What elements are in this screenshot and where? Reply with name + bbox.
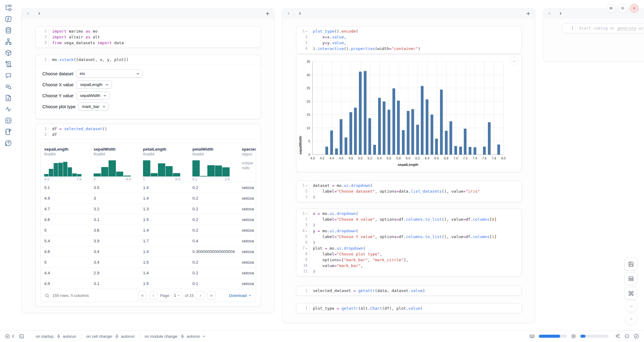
cell-selected-dataset[interactable]: 1selected_dataset = getattr(data, datase… bbox=[296, 286, 522, 296]
logs-icon[interactable] bbox=[5, 83, 12, 90]
chart-bar bbox=[397, 101, 400, 155]
runtime-config-1[interactable]: on startup:autorun bbox=[31, 334, 81, 339]
tracing-icon[interactable] bbox=[5, 106, 12, 113]
output-menu-icon[interactable] bbox=[510, 57, 519, 66]
column-next-icon[interactable] bbox=[37, 11, 41, 16]
runtime-config-2[interactable]: on cell change:autorun bbox=[81, 334, 140, 339]
save-button[interactable] bbox=[624, 258, 637, 270]
first-page-button[interactable]: « bbox=[138, 291, 147, 300]
stop-kernel-button[interactable] bbox=[625, 300, 637, 312]
last-page-button[interactable]: » bbox=[207, 291, 216, 300]
chart-bar bbox=[474, 147, 476, 155]
table-row[interactable]: 5.43.91.70.4setosa bbox=[41, 235, 256, 246]
chart-bar bbox=[373, 145, 376, 155]
chart-bar bbox=[368, 118, 371, 155]
data-table: sepalLengthfloat644.37.9sepalWidthfloat6… bbox=[40, 143, 256, 302]
table-column-header[interactable]: sepalWidthfloat6424.4 bbox=[90, 147, 139, 182]
control-row: Choose X valuesepalLength bbox=[42, 80, 254, 89]
notebook-icon[interactable] bbox=[5, 128, 12, 135]
choose-plot-type-select[interactable]: mark_bar bbox=[78, 102, 109, 111]
cpu-usage-meter[interactable] bbox=[580, 335, 608, 338]
dependency-graph-icon[interactable] bbox=[5, 38, 12, 45]
cpu-icon bbox=[571, 333, 576, 339]
connection-status-icon[interactable] bbox=[634, 333, 639, 339]
column-2-header bbox=[282, 9, 535, 18]
code-placeholder[interactable]: Start coding or generate with AI bbox=[575, 25, 644, 31]
table-row[interactable]: 5.13.51.40.2setosa bbox=[41, 182, 256, 193]
column-prev-icon[interactable] bbox=[26, 11, 30, 16]
file-tree-icon[interactable] bbox=[5, 4, 12, 11]
table-row[interactable]: 53.61.40.2setosa bbox=[41, 225, 256, 235]
terminal-icon[interactable] bbox=[19, 334, 24, 339]
errors-indicator[interactable]: 0 bbox=[5, 334, 14, 339]
column-prev-icon[interactable] bbox=[547, 11, 552, 16]
cell-plot-type[interactable]: 1plot_type = getattr(alt.Chart(df), plot… bbox=[296, 303, 522, 313]
menu-icon[interactable] bbox=[606, 4, 616, 13]
package-icon[interactable] bbox=[5, 49, 12, 56]
copilot-icon[interactable] bbox=[624, 333, 630, 339]
column-histogram bbox=[44, 159, 81, 176]
runtime-config-3[interactable]: on module change:autorun bbox=[140, 334, 211, 339]
control-row: Choose Y valuesepalWidth bbox=[42, 91, 254, 100]
next-page-button[interactable]: › bbox=[196, 291, 205, 300]
run-all-button[interactable] bbox=[625, 313, 637, 325]
table-column-header[interactable]: speciesobjectunique:nulls: bbox=[238, 147, 256, 182]
x-tick-label: 6.6 bbox=[432, 156, 441, 160]
cell-imports[interactable]: 1import marimo as mo2import altair as al… bbox=[35, 26, 261, 48]
x-tick-label: 5.0 bbox=[356, 156, 365, 160]
layout-button[interactable] bbox=[624, 272, 637, 285]
table-row[interactable]: 4.73.21.30.2setosa bbox=[41, 203, 256, 214]
table-row[interactable]: 4.93.11.50.1setosa bbox=[41, 278, 256, 289]
x-tick-label: 4.2 bbox=[317, 156, 327, 160]
table-row[interactable]: 4.63.11.50.2setosa bbox=[41, 214, 256, 225]
pagination: « ‹ Page 1 of 15 › » bbox=[138, 291, 216, 300]
shutdown-close-icon[interactable] bbox=[630, 4, 639, 13]
functions-icon[interactable] bbox=[5, 16, 12, 23]
page-count-label: of 15 bbox=[185, 293, 194, 298]
ai-sparkles-icon[interactable] bbox=[615, 333, 620, 339]
table-row[interactable]: 4.42.91.40.2setosa bbox=[41, 267, 256, 278]
column-prev-icon[interactable] bbox=[287, 11, 291, 16]
snippets-icon[interactable] bbox=[5, 117, 12, 124]
database-icon[interactable] bbox=[5, 27, 12, 34]
chart-bar bbox=[421, 86, 424, 155]
cell-dataframe[interactable]: 1df = selected_dataset()2df sepalLengthf… bbox=[35, 124, 261, 307]
settings-gear-icon[interactable] bbox=[618, 4, 627, 13]
memory-usage-meter[interactable] bbox=[539, 335, 567, 338]
table-row[interactable]: 53.41.50.2setosa bbox=[41, 257, 256, 267]
table-column-header[interactable]: petalLengthfloat6416.9 bbox=[139, 147, 189, 182]
search-icon[interactable] bbox=[45, 293, 49, 298]
documentation-icon[interactable] bbox=[5, 94, 12, 102]
choose-y-value-select[interactable]: sepalWidth bbox=[76, 91, 110, 100]
bar-chart[interactable]: 4.04.24.44.64.85.05.25.45.65.86.06.26.46… bbox=[312, 62, 503, 155]
column-next-icon[interactable] bbox=[558, 11, 563, 16]
prev-page-button[interactable]: ‹ bbox=[149, 291, 158, 300]
chart-bar bbox=[488, 122, 491, 155]
keyboard-shortcuts-button[interactable] bbox=[624, 287, 637, 300]
cell-vstack[interactable]: 1mo.vstack([dataset, x, y, plot]) Choose… bbox=[35, 55, 261, 119]
ai-chat-icon[interactable] bbox=[5, 72, 12, 79]
table-column-header[interactable]: sepalLengthfloat644.37.9 bbox=[41, 147, 90, 182]
cell-encode[interactable]: 1plot_type().encode(2 x=x.value,3 y=y.va… bbox=[296, 26, 522, 54]
control-label: Choose plot type bbox=[42, 104, 76, 109]
download-button[interactable]: Download bbox=[229, 293, 252, 298]
cell-xy-plot-dropdowns[interactable]: 1x = mo.ui.dropdown(2 label="Choose X va… bbox=[296, 208, 522, 276]
table-row[interactable]: 4.931.40.2setosa bbox=[41, 193, 256, 203]
add-cell-icon[interactable] bbox=[526, 11, 531, 16]
choose-dataset-select[interactable]: iris bbox=[76, 69, 143, 78]
page-select[interactable]: 1 bbox=[172, 292, 182, 299]
column-next-icon[interactable] bbox=[298, 11, 302, 16]
code-line: 3) bbox=[296, 194, 521, 200]
table-row[interactable]: 4.63.41.40.30000000000000004setosa bbox=[41, 246, 256, 257]
table-column-header[interactable]: petalWidthfloat640.12.5 bbox=[189, 147, 238, 182]
cell-empty-new[interactable]: 1 Start coding or generate with AI bbox=[562, 23, 644, 33]
scratchpad-icon[interactable] bbox=[5, 61, 12, 68]
code-line: 1x = mo.ui.dropdown( bbox=[296, 211, 521, 216]
notebook-column-1: 1import marimo as mo2import altair as al… bbox=[21, 9, 274, 313]
cell-dataset-dropdown[interactable]: 1dataset = mo.ui.dropdown(2 label="Choos… bbox=[296, 180, 522, 202]
help-icon[interactable] bbox=[5, 140, 12, 147]
chart-bar bbox=[388, 110, 390, 155]
control-label: Choose dataset bbox=[42, 71, 73, 76]
add-cell-icon[interactable] bbox=[265, 11, 270, 16]
choose-x-value-select[interactable]: sepalLength bbox=[76, 80, 112, 89]
